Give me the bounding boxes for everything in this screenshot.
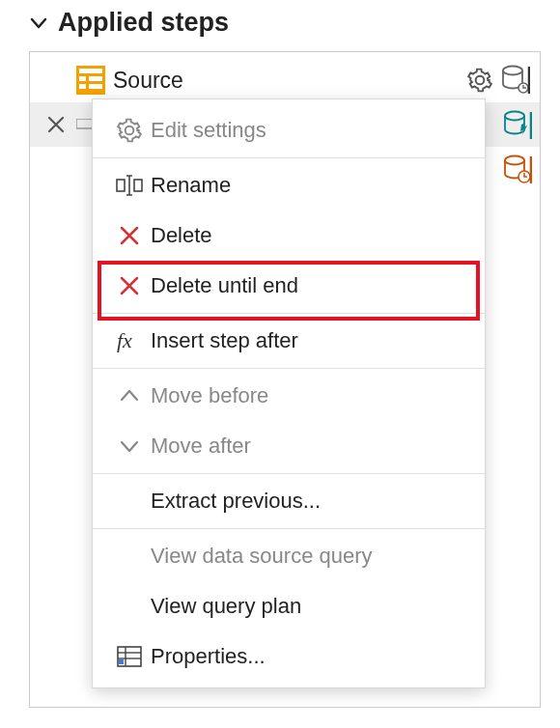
context-menu: Edit settings Rename Delete Delete until… [92,98,486,688]
table-icon [74,64,107,97]
menu-edit-settings: Edit settings [93,105,485,155]
svg-rect-2 [79,76,86,81]
menu-text: View query plan [151,594,469,619]
menu-text: Rename [151,173,469,198]
svg-rect-4 [79,84,86,89]
remove-step-icon[interactable] [38,114,74,135]
database-time-icon [503,154,532,185]
menu-view-data-source-query: View data source query [93,531,485,581]
menu-text: Extract previous... [151,489,469,514]
panel-header[interactable]: Applied steps [0,0,560,45]
menu-rename[interactable]: Rename [93,160,485,210]
rename-icon [108,173,151,198]
svg-rect-3 [89,76,102,81]
panel-title: Applied steps [58,8,229,38]
svg-rect-23 [119,659,124,664]
menu-delete[interactable]: Delete [93,210,485,261]
menu-text: Move before [151,383,469,408]
expand-chevron-icon[interactable] [29,14,48,33]
menu-delete-until-end[interactable]: Delete until end [93,261,485,311]
menu-text: Move after [151,434,469,459]
menu-text: Insert step after [151,328,469,353]
svg-text:fx: fx [117,328,132,352]
svg-rect-16 [134,180,142,191]
step-row-source[interactable]: Source [30,58,540,102]
menu-move-before: Move before [93,371,485,421]
svg-point-10 [505,112,524,121]
delete-x-icon [108,274,151,297]
chevron-up-icon [108,386,151,406]
menu-extract-previous[interactable]: Extract previous... [93,476,485,526]
database-icon [499,65,532,96]
menu-text: Edit settings [151,118,469,143]
delete-x-icon [108,224,151,247]
menu-text: View data source query [151,544,469,569]
fx-icon: fx [108,328,151,353]
menu-properties[interactable]: Properties... [93,631,485,682]
applied-steps-panel: Source Edit settings [29,51,541,708]
step-label: Source [113,68,464,94]
properties-icon [108,644,151,669]
svg-rect-5 [89,84,102,89]
menu-move-after: Move after [93,421,485,471]
svg-rect-15 [117,180,125,191]
menu-view-query-plan[interactable]: View query plan [93,581,485,631]
svg-point-6 [503,67,522,75]
menu-insert-step-after[interactable]: fx Insert step after [93,316,485,366]
step-settings-gear-icon[interactable] [464,68,495,93]
menu-text: Delete until end [151,273,469,298]
menu-text: Delete [151,223,469,248]
gear-icon [108,118,151,143]
svg-point-12 [505,156,524,165]
chevron-down-icon [108,436,151,456]
svg-rect-1 [79,69,102,73]
menu-text: Properties... [151,644,469,669]
database-native-icon [503,110,532,141]
